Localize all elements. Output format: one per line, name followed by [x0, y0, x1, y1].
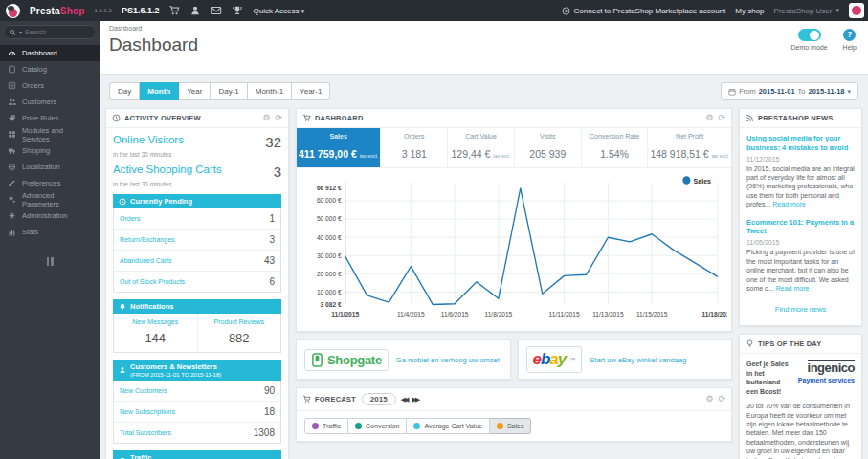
period-month-1-button[interactable]: Month-1: [248, 82, 292, 100]
trophy-icon[interactable]: [232, 5, 243, 16]
sidebar-item-orders[interactable]: Orders: [0, 77, 100, 94]
user-menu-label: PrestaShop User: [774, 7, 833, 15]
read-more-link[interactable]: Read more: [772, 201, 806, 208]
shopgate-link[interactable]: Ga mobiel en verhoog uw omzet: [396, 356, 500, 364]
svg-text:3 082 €: 3 082 €: [321, 301, 342, 308]
tips-of-the-day-panel: TIPS OF THE DAY ingenico Payment service…: [739, 334, 862, 459]
version-label: 1.6.1.2: [95, 8, 112, 13]
svg-text:11/1/2015: 11/1/2015: [331, 311, 359, 317]
prestashop-logo[interactable]: [6, 4, 20, 18]
kpi-visits[interactable]: Visits 205 939: [515, 128, 582, 167]
online-visitors-stat[interactable]: Online Visitors 32: [113, 134, 281, 150]
marketplace-link[interactable]: Connect to PrestaShop Marketplace accoun…: [562, 7, 726, 15]
forecast-next-button[interactable]: ▶▶: [412, 396, 418, 404]
out-of-stock-row[interactable]: Out of Stock Products6: [114, 272, 280, 292]
search-input[interactable]: [25, 29, 80, 35]
user-icon: [119, 366, 126, 374]
page-header: Dashboard Dashboard Demo mode ? Help: [100, 21, 868, 75]
cart-icon[interactable]: [168, 5, 180, 16]
period-day-1-button[interactable]: Day-1: [211, 82, 247, 100]
shop-code-link[interactable]: PS1.6.1.2: [122, 6, 160, 15]
orders-list-icon: [8, 81, 16, 90]
sidebar-item-localization[interactable]: Localization: [0, 159, 100, 175]
sidebar-item-advanced-parameters[interactable]: Advanced Parameters: [0, 191, 100, 208]
bell-icon: [119, 303, 126, 311]
svg-text:50 000 €: 50 000 €: [317, 215, 342, 222]
sidebar-search[interactable]: ▾: [3, 25, 97, 39]
read-more-link[interactable]: Read more: [776, 285, 810, 292]
new-subscriptions-row[interactable]: New Subscriptions18: [114, 402, 280, 423]
abandoned-carts-row[interactable]: Abandoned Carts43: [114, 251, 280, 272]
sidebar-item-administration[interactable]: Administration: [0, 208, 100, 224]
traffic-header: Traffic(FROM 2015-11-01 TO 2015-11-18): [113, 450, 281, 459]
product-reviews-stat[interactable]: Product Reviews 882: [197, 314, 281, 352]
period-year-1-button[interactable]: Year-1: [292, 82, 330, 100]
active-carts-stat[interactable]: Active Shopping Carts 3: [113, 164, 281, 180]
legend-sales-button[interactable]: Sales: [490, 418, 532, 434]
sidebar-item-label: Customers: [22, 98, 56, 106]
svg-text:Sales: Sales: [694, 176, 712, 185]
cogs-icon: [8, 195, 16, 204]
gear-icon: [8, 211, 16, 220]
news-article-title[interactable]: Ecommerce 101: Payments in a Tweet: [746, 218, 855, 237]
globe-icon: [8, 163, 16, 171]
sidebar-collapse-button[interactable]: [45, 257, 55, 266]
panel-refresh-icon[interactable]: ⟳: [718, 114, 725, 122]
demo-mode-toggle[interactable]: [798, 29, 821, 41]
forecast-prev-button[interactable]: ◀◀: [401, 396, 408, 404]
date-range-picker[interactable]: From 2015-11-01 To 2015-11-18 ▾: [721, 82, 858, 100]
panel-settings-icon[interactable]: ⚙: [705, 395, 713, 404]
sidebar-item-modules[interactable]: Modules and Services: [0, 126, 100, 142]
to-label: To: [798, 87, 806, 96]
sales-chart[interactable]: 11/1/201511/4/201511/6/201511/8/201511/1…: [297, 168, 731, 331]
search-icon: [9, 29, 16, 36]
total-subscribers-row[interactable]: Total Subscribers1308: [114, 423, 280, 443]
panel-settings-icon[interactable]: ⚙: [705, 114, 713, 122]
sidebar-item-stats[interactable]: Stats: [0, 224, 100, 240]
news-article: Ecommerce 101: Payments in a Tweet 11/05…: [746, 218, 855, 294]
ebay-banner[interactable]: ebay ™ Start uw eBay-winkel vandaag: [518, 339, 733, 380]
quick-access-menu[interactable]: Quick Access ▾: [253, 7, 304, 15]
new-customers-row[interactable]: New Customers90: [114, 381, 280, 402]
legend-traffic-button[interactable]: Traffic: [304, 418, 348, 434]
online-visitors-label: Online Visitors: [113, 134, 184, 145]
sidebar-item-shipping[interactable]: Shipping: [0, 142, 100, 159]
brand-presta: Presta: [30, 6, 60, 16]
wrench-icon: [8, 179, 16, 187]
news-panel-title: PRESTASHOP NEWS: [758, 114, 856, 122]
customer-icon[interactable]: [189, 5, 201, 16]
user-menu[interactable]: PrestaShop User ▾: [774, 7, 839, 15]
pending-returns-row[interactable]: Return/Exchanges3: [114, 230, 280, 251]
kpi-cart-value[interactable]: Cart Value 129,44 € tax excl.: [448, 128, 515, 167]
shopgate-banner[interactable]: Shopgate Ga mobiel en verhoog uw omzet: [296, 339, 511, 380]
news-article-title[interactable]: Using social media for your business: 4 …: [746, 134, 855, 153]
new-messages-stat[interactable]: New Messages 144: [114, 314, 197, 352]
panel-refresh-icon[interactable]: ⟳: [718, 395, 725, 404]
sidebar-item-price-rules[interactable]: Price Rules: [0, 110, 100, 126]
help-control: ? Help: [843, 29, 857, 51]
kpi-conversion-rate[interactable]: Conversion Rate 1.54%: [582, 128, 649, 167]
panel-settings-icon[interactable]: ⚙: [262, 114, 270, 122]
period-month-button[interactable]: Month: [140, 82, 179, 100]
kpi-net-profit[interactable]: Net Profit 148 918,51 € tax excl.: [648, 128, 731, 167]
find-more-news-link[interactable]: Find more news: [746, 301, 855, 319]
period-day-button[interactable]: Day: [109, 82, 140, 100]
kpi-orders[interactable]: Orders 3 181: [381, 128, 448, 167]
ebay-link[interactable]: Start uw eBay-winkel vandaag: [590, 356, 686, 364]
period-year-button[interactable]: Year: [179, 82, 211, 100]
user-avatar[interactable]: [849, 3, 864, 18]
sidebar-item-dashboard[interactable]: Dashboard: [0, 45, 100, 61]
my-shop-link[interactable]: My shop: [735, 7, 764, 15]
panel-refresh-icon[interactable]: ⟳: [275, 114, 282, 122]
forecast-year-pill[interactable]: 2015: [362, 393, 396, 405]
sidebar-item-customers[interactable]: Customers: [0, 94, 100, 110]
sidebar-item-catalog[interactable]: Catalog: [0, 61, 100, 77]
kpi-sales[interactable]: Sales 411 759,00 € tax excl.: [297, 128, 381, 167]
pending-orders-row[interactable]: Orders1: [114, 208, 280, 230]
search-scope-caret[interactable]: ▾: [19, 29, 22, 35]
messages-icon[interactable]: [211, 5, 222, 16]
legend-conversion-button[interactable]: Conversion: [348, 418, 407, 434]
legend-average-cart-value-button[interactable]: Average Cart Value: [407, 418, 489, 434]
sidebar-item-preferences[interactable]: Preferences: [0, 175, 100, 191]
help-icon[interactable]: ?: [843, 29, 856, 41]
